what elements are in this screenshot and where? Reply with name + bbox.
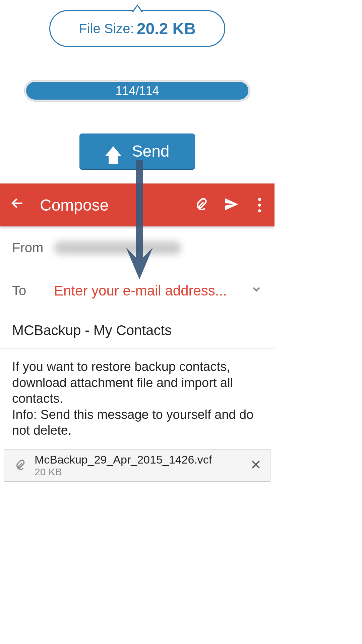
from-value-blurred bbox=[54, 241, 181, 255]
to-placeholder: Enter your e-mail address... bbox=[54, 283, 250, 299]
attachment-icon[interactable] bbox=[192, 196, 208, 214]
back-icon[interactable] bbox=[10, 195, 25, 215]
attachment-card[interactable]: McBackup_29_Apr_2015_1426.vcf 20 KB bbox=[4, 449, 270, 482]
file-size-label: File Size: bbox=[79, 21, 134, 36]
send-button-label: Send bbox=[132, 142, 169, 160]
file-size-tooltip: File Size: 20.2 KB bbox=[49, 10, 225, 47]
tutorial-arrow-icon bbox=[123, 160, 156, 282]
attachment-size: 20 KB bbox=[35, 466, 250, 478]
from-label: From bbox=[12, 240, 54, 255]
chevron-down-icon[interactable] bbox=[250, 283, 262, 298]
send-icon[interactable] bbox=[224, 196, 240, 214]
more-icon[interactable] bbox=[255, 198, 264, 212]
close-icon[interactable] bbox=[250, 457, 262, 474]
upload-icon bbox=[105, 146, 122, 156]
attachment-name: McBackup_29_Apr_2015_1426.vcf bbox=[35, 453, 250, 466]
progress-bar: 114/114 bbox=[24, 80, 250, 102]
progress-text: 114/114 bbox=[115, 84, 159, 98]
email-body[interactable]: If you want to restore backup contacts, … bbox=[0, 349, 275, 445]
file-size-value: 20.2 KB bbox=[137, 19, 196, 38]
to-label: To bbox=[12, 283, 54, 298]
subject-field[interactable]: MCBackup - My Contacts bbox=[0, 312, 275, 349]
subject-text: MCBackup - My Contacts bbox=[12, 322, 172, 338]
body-text: If you want to restore backup contacts, … bbox=[12, 359, 262, 439]
compose-title: Compose bbox=[40, 196, 177, 214]
paperclip-icon bbox=[13, 458, 26, 473]
